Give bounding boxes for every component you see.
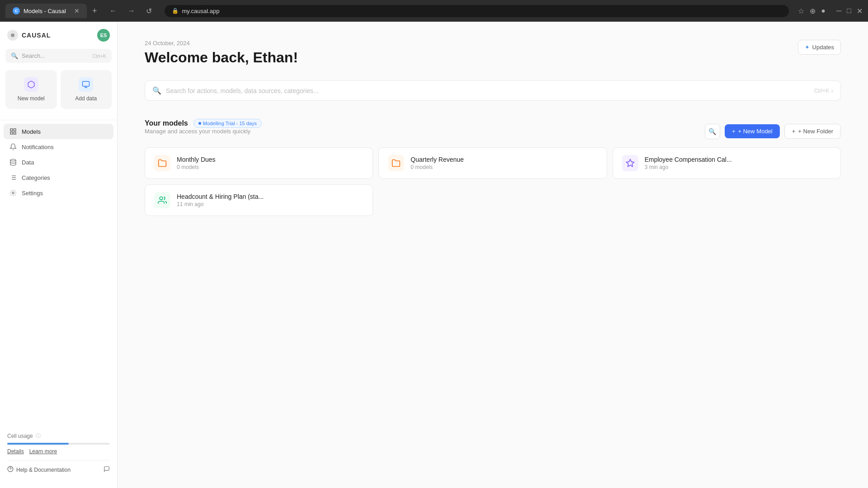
employee-compensation-meta: 3 min ago xyxy=(645,164,732,170)
employee-compensation-icon xyxy=(622,155,638,171)
close-button[interactable]: ✕ xyxy=(857,7,863,15)
svg-rect-6 xyxy=(14,132,16,134)
new-model-plus-icon: + xyxy=(732,128,736,135)
bookmark-icon[interactable]: ☆ xyxy=(798,7,804,15)
sidebar-logo: CAUSAL xyxy=(7,30,51,41)
model-card-quarterly-revenue[interactable]: Quarterly Revenue 0 models xyxy=(378,147,607,179)
page-welcome-title: Welcome back, Ethan! xyxy=(145,49,298,66)
quarterly-revenue-title: Quarterly Revenue xyxy=(410,156,464,163)
search-models-button[interactable]: 🔍 xyxy=(705,124,720,139)
sidebar-item-notifications[interactable]: Notifications xyxy=(4,139,113,155)
global-search-icon: 🔍 xyxy=(152,86,161,95)
global-search-shortcut: Ctrl+K › xyxy=(814,87,833,94)
svg-point-18 xyxy=(160,197,163,200)
add-data-icon xyxy=(79,77,93,92)
models-header: Your models Modelling Trial - 15 days Ma… xyxy=(145,119,841,144)
chat-icon[interactable] xyxy=(104,466,110,474)
cell-usage-header: Cell usage ⓘ xyxy=(7,432,110,439)
help-icon xyxy=(7,466,14,474)
quarterly-revenue-icon xyxy=(388,155,404,171)
help-label: Help & Documentation xyxy=(16,467,71,473)
model-card-headcount-hiring[interactable]: Headcount & Hiring Plan (sta... 11 min a… xyxy=(145,184,373,216)
nav-divider xyxy=(0,120,117,120)
new-model-icon xyxy=(24,77,38,92)
updates-icon: ✦ xyxy=(805,44,810,51)
settings-nav-label: Settings xyxy=(22,190,43,197)
sidebar-item-settings[interactable]: Settings xyxy=(4,185,113,201)
new-folder-plus-icon: + xyxy=(792,128,796,135)
global-search[interactable]: 🔍 Search for actions, models, data sourc… xyxy=(145,80,841,101)
models-section-title: Your models xyxy=(145,119,188,127)
logo-icon xyxy=(7,30,18,41)
sidebar-item-models[interactable]: Models xyxy=(4,124,113,139)
data-icon xyxy=(9,158,17,166)
usage-links: Details Learn more xyxy=(7,448,110,455)
add-data-quick-button[interactable]: Add data xyxy=(61,70,112,109)
help-documentation-link[interactable]: Help & Documentation xyxy=(7,466,71,474)
new-model-quick-button[interactable]: New model xyxy=(5,70,57,109)
model-card-monthly-dues[interactable]: Monthly Dues 0 models xyxy=(145,147,373,179)
new-tab-button[interactable]: + xyxy=(90,5,99,18)
cell-usage-label: Cell usage xyxy=(7,433,33,439)
new-model-label: New model xyxy=(18,95,45,102)
chevron-right-icon: › xyxy=(831,87,833,94)
sidebar-header: CAUSAL ES xyxy=(0,29,117,49)
browser-actions: ☆ ⊕ ● ─ □ ✕ xyxy=(798,7,863,15)
forward-button[interactable]: → xyxy=(124,5,139,17)
trial-dot xyxy=(198,122,201,125)
models-nav-label: Models xyxy=(22,128,41,135)
nav-items: Models Notifications xyxy=(0,124,117,201)
search-models-icon: 🔍 xyxy=(708,128,716,135)
browser-chrome: C Models - Causal ✕ + ← → ↺ 🔒 my.causal.… xyxy=(0,0,868,22)
minimize-button[interactable]: ─ xyxy=(836,7,841,15)
headcount-hiring-meta: 11 min ago xyxy=(177,201,264,207)
notifications-nav-label: Notifications xyxy=(22,144,54,150)
search-icon: 🔍 xyxy=(11,52,18,59)
data-nav-label: Data xyxy=(22,159,34,166)
main-content: 24 October, 2024 Welcome back, Ethan! ✦ … xyxy=(118,22,868,488)
categories-nav-label: Categories xyxy=(22,174,50,181)
sidebar-search[interactable]: 🔍 Search... Ctrl+K xyxy=(5,49,112,63)
headcount-icon xyxy=(154,192,170,208)
new-folder-button[interactable]: + + New Folder xyxy=(784,124,841,139)
user-avatar[interactable]: ES xyxy=(97,29,110,42)
app-wrapper: CAUSAL ES 🔍 Search... Ctrl+K New model xyxy=(0,22,868,488)
models-grid: Monthly Dues 0 models Quarterly Revenue … xyxy=(145,147,841,216)
search-shortcut: Ctrl+K xyxy=(92,53,106,59)
browser-tab[interactable]: C Models - Causal ✕ xyxy=(5,4,87,18)
learn-more-link[interactable]: Learn more xyxy=(29,448,57,455)
svg-rect-4 xyxy=(14,129,16,131)
svg-rect-3 xyxy=(10,129,13,131)
svg-marker-17 xyxy=(626,160,634,167)
models-icon xyxy=(9,127,17,136)
tab-close-button[interactable]: ✕ xyxy=(74,7,80,14)
search-placeholder: Search... xyxy=(22,52,89,59)
new-model-button[interactable]: + + New Model xyxy=(725,124,780,138)
sidebar-item-data[interactable]: Data xyxy=(4,155,113,170)
page-date: 24 October, 2024 xyxy=(145,40,298,47)
maximize-button[interactable]: □ xyxy=(847,7,851,15)
quarterly-revenue-info: Quarterly Revenue 0 models xyxy=(410,156,464,170)
quarterly-revenue-meta: 0 models xyxy=(410,164,464,170)
usage-bar-fill xyxy=(7,443,69,445)
updates-button[interactable]: ✦ Updates xyxy=(798,40,841,55)
sidebar-item-categories[interactable]: Categories xyxy=(4,170,113,185)
monthly-dues-title: Monthly Dues xyxy=(177,156,216,163)
refresh-button[interactable]: ↺ xyxy=(142,5,156,17)
sidebar-footer: Help & Documentation xyxy=(7,460,110,474)
address-bar[interactable]: 🔒 my.causal.app xyxy=(165,5,789,17)
extensions-icon[interactable]: ⊕ xyxy=(810,7,816,15)
settings-icon xyxy=(9,189,17,197)
add-data-label: Add data xyxy=(75,95,97,102)
profile-icon[interactable]: ● xyxy=(821,7,826,15)
nav-controls: ← → ↺ xyxy=(106,5,156,17)
sidebar-bottom: Cell usage ⓘ Details Learn more xyxy=(0,425,117,481)
headcount-hiring-info: Headcount & Hiring Plan (sta... 11 min a… xyxy=(177,193,264,207)
details-link[interactable]: Details xyxy=(7,448,24,455)
back-button[interactable]: ← xyxy=(106,5,121,17)
models-subtitle: Manage and access your models quickly xyxy=(145,128,262,135)
categories-icon xyxy=(9,174,17,182)
logo-dot xyxy=(11,33,14,37)
headcount-hiring-title: Headcount & Hiring Plan (sta... xyxy=(177,193,264,200)
model-card-employee-compensation[interactable]: Employee Compensation Cal... 3 min ago xyxy=(613,147,841,179)
